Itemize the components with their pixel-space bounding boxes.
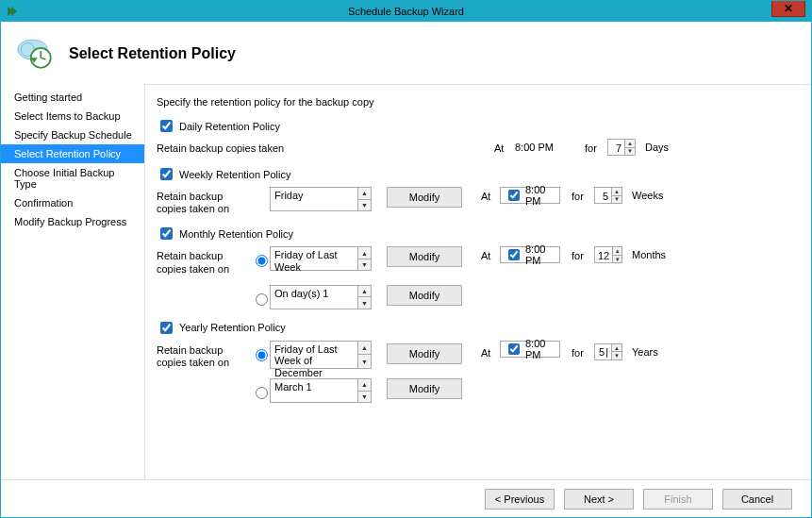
chevron-up-icon[interactable]: ▲ [358, 286, 371, 298]
chevron-up-icon[interactable]: ▲ [613, 247, 621, 256]
weekly-schedule-spinner[interactable]: ▲ ▼ [357, 188, 371, 210]
yearly-modify-button-2[interactable]: Modify [387, 378, 462, 399]
yearly-section-check: Yearly Retention Policy [157, 319, 800, 337]
monthly-months-spinner[interactable]: ▲ ▼ [612, 247, 621, 262]
weekly-at-checkbox-group[interactable]: 8:00 PM [500, 187, 560, 204]
monthly-modify-button-1[interactable]: Modify [387, 246, 462, 267]
monthly-check-label: Monthly Retention Policy [179, 228, 293, 240]
wizard-sidebar: Getting started Select Items to Backup S… [1, 84, 144, 479]
monthly-opt2-spinner[interactable]: ▲ ▼ [357, 286, 371, 309]
previous-button[interactable]: < Previous [485, 489, 555, 510]
instruction-text: Specify the retention policy for the bac… [157, 96, 800, 108]
yearly-opt2-listbox[interactable]: March 1 ▲ ▼ [270, 378, 372, 403]
sidebar-item-getting-started[interactable]: Getting started [1, 88, 144, 107]
weekly-row: Retain backup copies taken on Friday ▲ ▼… [157, 187, 800, 215]
sidebar-item-specify-schedule[interactable]: Specify Backup Schedule [1, 125, 144, 144]
monthly-modify-button-2[interactable]: Modify [387, 285, 462, 306]
yearly-retain-label: Retain backup copies taken on [157, 341, 251, 369]
monthly-months-value: 12 [595, 247, 612, 262]
weekly-at-checkbox[interactable] [508, 190, 520, 201]
window-title: Schedule Backup Wizard [1, 6, 811, 17]
main-panel: Specify the retention policy for the bac… [144, 84, 811, 479]
weekly-weeks-spinner[interactable]: ▲ ▼ [611, 188, 621, 203]
yearly-check-label: Yearly Retention Policy [179, 322, 286, 333]
monthly-opt2-listbox[interactable]: On day(s) 1 ▲ ▼ [270, 285, 372, 309]
monthly-radio-1[interactable] [256, 255, 268, 267]
yearly-years-input[interactable]: 5 ▲ ▼ [594, 343, 622, 360]
weekly-checkbox[interactable] [160, 168, 173, 180]
monthly-at-checkbox-group[interactable]: 8:00 PM [500, 246, 560, 263]
sidebar-item-select-retention[interactable]: Select Retention Policy [1, 144, 144, 163]
daily-section-check: Daily Retention Policy [157, 117, 800, 135]
monthly-section-check: Monthly Retention Policy [157, 225, 800, 242]
monthly-opt1-listbox[interactable]: Friday of Last Week ▲ ▼ [270, 246, 372, 271]
chevron-down-icon[interactable]: ▼ [358, 392, 371, 403]
close-button[interactable]: ✕ [771, 0, 805, 17]
monthly-retain-label: Retain backup copies taken on [157, 246, 251, 275]
monthly-opt1-spinner[interactable]: ▲ ▼ [357, 247, 371, 270]
weekly-schedule-listbox[interactable]: Friday ▲ ▼ [270, 187, 372, 211]
yearly-opt1-listbox[interactable]: Friday of Last Week of December ▲ ▼ [270, 341, 372, 369]
wizard-header: Select Retention Policy [1, 22, 811, 84]
daily-at-label: At [494, 139, 507, 154]
page-title: Select Retention Policy [69, 45, 236, 62]
sidebar-item-modify-progress[interactable]: Modify Backup Progress [1, 212, 144, 231]
weekly-retain-label: Retain backup copies taken on [157, 187, 251, 215]
yearly-at-checkbox[interactable] [508, 343, 520, 355]
weekly-radio-col [251, 187, 270, 192]
yearly-at-checkbox-group[interactable]: 8:00 PM [500, 341, 560, 358]
chevron-down-icon[interactable]: ▼ [358, 200, 371, 211]
monthly-months-input[interactable]: 12 ▲ ▼ [594, 246, 622, 263]
chevron-up-icon[interactable]: ▲ [358, 188, 371, 200]
sidebar-item-choose-initial[interactable]: Choose Initial Backup Type [1, 163, 144, 193]
weekly-at-value: 8:00 PM [525, 184, 555, 207]
chevron-up-icon[interactable]: ▲ [625, 140, 635, 148]
close-icon: ✕ [784, 2, 793, 15]
monthly-radio-2[interactable] [256, 293, 268, 306]
daily-checkbox[interactable] [160, 120, 173, 132]
daily-days-input[interactable]: 7 ▲ ▼ [607, 139, 636, 156]
chevron-down-icon[interactable]: ▼ [625, 148, 635, 156]
sidebar-item-confirmation[interactable]: Confirmation [1, 193, 144, 212]
yearly-row-1: Retain backup copies taken on Friday of … [157, 341, 800, 369]
cancel-button[interactable]: Cancel [722, 489, 792, 510]
chevron-down-icon[interactable]: ▼ [358, 355, 371, 368]
yearly-opt1-spinner[interactable]: ▲ ▼ [357, 342, 371, 368]
yearly-checkbox[interactable] [160, 322, 173, 334]
next-button[interactable]: Next > [564, 489, 634, 510]
yearly-modify-button-1[interactable]: Modify [387, 343, 462, 364]
yearly-opt2-value: March 1 [271, 379, 357, 402]
daily-days-value: 7 [608, 140, 624, 155]
daily-at-value: 8:00 PM [515, 139, 573, 153]
weekly-weeks-input[interactable]: 5 ▲ ▼ [594, 187, 622, 204]
chevron-down-icon[interactable]: ▼ [612, 196, 621, 204]
yearly-years-value: 5 [595, 344, 611, 359]
chevron-up-icon[interactable]: ▲ [612, 344, 621, 353]
clock-cloud-icon [16, 33, 56, 75]
daily-retain-label: Retain backup copies taken [157, 139, 475, 155]
daily-days-spinner[interactable]: ▲ ▼ [624, 140, 635, 155]
weekly-modify-button[interactable]: Modify [387, 187, 462, 208]
daily-check-label: Daily Retention Policy [179, 121, 280, 132]
monthly-at-label: At [481, 246, 494, 261]
yearly-radio-1[interactable] [256, 349, 268, 361]
yearly-opt2-spinner[interactable]: ▲ ▼ [357, 379, 371, 402]
monthly-at-checkbox[interactable] [508, 249, 520, 260]
weekly-unit-label: Weeks [632, 187, 671, 201]
daily-row: Retain backup copies taken At 8:00 PM fo… [157, 139, 800, 156]
yearly-radio-2[interactable] [256, 387, 268, 399]
sidebar-item-select-items[interactable]: Select Items to Backup [1, 107, 144, 125]
chevron-up-icon[interactable]: ▲ [358, 247, 371, 259]
chevron-up-icon[interactable]: ▲ [358, 342, 371, 356]
content-area: Getting started Select Items to Backup S… [1, 84, 811, 479]
monthly-checkbox[interactable] [160, 227, 173, 240]
yearly-years-spinner[interactable]: ▲ ▼ [611, 344, 621, 359]
chevron-down-icon[interactable]: ▼ [613, 256, 621, 263]
chevron-up-icon[interactable]: ▲ [358, 379, 371, 392]
chevron-up-icon[interactable]: ▲ [612, 188, 621, 196]
chevron-down-icon[interactable]: ▼ [358, 297, 371, 309]
chevron-down-icon[interactable]: ▼ [358, 259, 371, 271]
daily-unit-label: Days [645, 139, 685, 153]
chevron-down-icon[interactable]: ▼ [612, 352, 621, 359]
monthly-opt2-value: On day(s) 1 [271, 286, 357, 309]
